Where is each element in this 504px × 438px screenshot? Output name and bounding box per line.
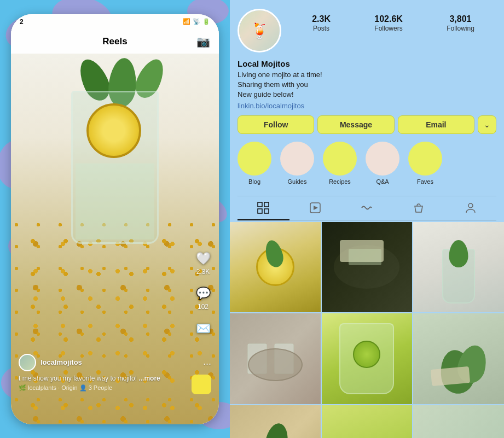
profile-link[interactable]: linkin.bio/localmojitos	[237, 102, 496, 110]
avatar-image: 🍹	[239, 10, 280, 51]
reels-header: Reels 📷	[11, 30, 219, 54]
comment-count: 102	[198, 303, 208, 311]
profile-container: 🍹 2.3K Posts 102.6K Followers 3,801 Foll…	[230, 0, 504, 221]
tab-grid[interactable]	[237, 196, 289, 220]
highlight-circle-recipes	[323, 142, 357, 176]
person-icon	[465, 202, 477, 214]
followers-label: Followers	[374, 25, 402, 32]
tab-reels[interactable]	[289, 196, 341, 220]
status-bar: 2 📶 📡 🔋	[11, 14, 219, 30]
highlight-label-qa: Q&A	[376, 178, 389, 185]
bio-line-2: Sharing them with you	[237, 80, 496, 90]
highlight-guides[interactable]: Guides	[280, 142, 314, 185]
tab-shop[interactable]	[393, 196, 445, 220]
lemon-slice	[86, 103, 141, 158]
reel-actions: 🤍 2.3K 💬 102 ✉️	[195, 250, 211, 337]
highlight-recipes[interactable]: Recipes	[323, 142, 357, 185]
highlight-circle-qa	[366, 142, 399, 176]
followers-count: 102.6K	[374, 14, 403, 24]
reels-icon	[309, 202, 321, 214]
like-action[interactable]: 🤍 2.3K	[195, 250, 211, 276]
right-panel: 🍹 2.3K Posts 102.6K Followers 3,801 Foll…	[230, 0, 504, 438]
more-options-dropdown[interactable]: ⌄	[478, 115, 496, 134]
posts-count: 2.3K	[312, 14, 331, 24]
tags-text: 🌿	[19, 384, 28, 391]
svg-point-37	[468, 203, 473, 208]
highlight-label-blog: Blog	[248, 178, 260, 185]
more-options-button[interactable]: ···	[203, 358, 211, 370]
location-tag[interactable]: localplants · Origin	[28, 384, 78, 391]
profile-stats: 2.3K Posts 102.6K Followers 3,801 Follow…	[290, 9, 496, 32]
profile-name: Local Mojitos	[237, 59, 496, 68]
share-action[interactable]: ✉️	[195, 320, 211, 337]
people-icon: 👤	[79, 384, 89, 391]
tab-mentions[interactable]	[444, 196, 496, 220]
camera-icon[interactable]: 📷	[196, 35, 210, 48]
highlight-label-faves: Faves	[417, 178, 433, 185]
drink-glass	[66, 58, 164, 266]
profile-bio: Living one mojito at a time! Sharing the…	[237, 70, 496, 100]
reel-user-row: localmojitos	[19, 354, 186, 371]
grid-cell-3[interactable]	[413, 222, 504, 313]
svg-rect-33	[258, 209, 262, 213]
wifi-icon: 📡	[193, 18, 200, 25]
reel-caption: t me show you my favorite way to mojito!…	[19, 375, 186, 382]
chevron-down-icon: ⌄	[484, 120, 490, 129]
grid-cell-7[interactable]	[230, 405, 321, 438]
highlights-row: Blog Guides Recipes Q&A Faves	[237, 142, 496, 187]
sticker-button[interactable]	[192, 375, 211, 394]
grid-cell-8[interactable]	[322, 405, 413, 438]
heart-icon[interactable]: 🤍	[195, 250, 211, 267]
highlight-qa[interactable]: Q&A	[366, 142, 399, 185]
wave-icon	[361, 202, 373, 214]
grid-cell-4[interactable]	[230, 313, 321, 404]
status-icons: 📶 📡 🔋	[183, 18, 210, 25]
highlight-label-guides: Guides	[288, 178, 307, 185]
svg-marker-36	[314, 206, 318, 210]
grid-cell-1[interactable]	[230, 222, 321, 313]
signal-strength: 2	[20, 18, 24, 26]
email-button[interactable]: Email	[398, 115, 474, 134]
profile-header: 🍹 2.3K Posts 102.6K Followers 3,801 Foll…	[237, 9, 496, 52]
following-label: Following	[447, 25, 474, 32]
phone-screen: 2 📶 📡 🔋 Reels 📷	[11, 14, 219, 424]
svg-rect-34	[264, 209, 269, 213]
grid-icon	[257, 202, 269, 214]
following-stat[interactable]: 3,801 Following	[447, 14, 474, 32]
grid-cell-9[interactable]	[413, 405, 504, 438]
grid-cell-2[interactable]	[322, 222, 413, 313]
highlight-faves[interactable]: Faves	[408, 142, 442, 185]
svg-rect-32	[264, 202, 269, 207]
comment-action[interactable]: 💬 102	[195, 285, 211, 311]
grid-cell-6[interactable]	[413, 313, 504, 404]
highlight-blog[interactable]: Blog	[237, 142, 271, 185]
highlight-circle-guides	[280, 142, 314, 176]
grid-cell-5[interactable]	[322, 313, 413, 404]
comment-icon[interactable]: 💬	[195, 285, 211, 302]
reel-bottom-info: localmojitos t me show you my favorite w…	[19, 354, 186, 392]
glass-body	[71, 91, 159, 244]
ice-water	[76, 163, 154, 240]
highlight-label-recipes: Recipes	[329, 178, 351, 185]
bio-line-3: New guide below!	[237, 90, 496, 100]
photo-grid	[230, 222, 504, 438]
message-button[interactable]: Message	[317, 115, 394, 134]
share-icon[interactable]: ✉️	[195, 320, 211, 337]
left-panel: 2 📶 📡 🔋 Reels 📷	[0, 0, 230, 438]
avatar	[19, 354, 36, 371]
bio-line-1: Living one mojito at a time!	[237, 70, 496, 80]
bag-icon	[413, 202, 425, 214]
people-count[interactable]: 3 People	[89, 384, 112, 391]
reel-tags: 🌿 localplants · Origin 👤 3 People	[19, 384, 186, 392]
follow-button[interactable]: Follow	[237, 115, 314, 134]
followers-stat[interactable]: 102.6K Followers	[374, 14, 403, 32]
profile-tab-bar	[237, 196, 496, 221]
posts-stat[interactable]: 2.3K Posts	[312, 14, 331, 32]
bars-icon: 📶	[183, 18, 190, 25]
reel-username[interactable]: localmojitos	[40, 358, 82, 366]
reels-title: Reels	[102, 36, 127, 47]
tab-tagged[interactable]	[341, 196, 393, 220]
action-buttons: Follow Message Email ⌄	[237, 115, 496, 134]
battery-icon: 🔋	[202, 18, 210, 25]
more-link[interactable]: ...more	[138, 375, 160, 382]
